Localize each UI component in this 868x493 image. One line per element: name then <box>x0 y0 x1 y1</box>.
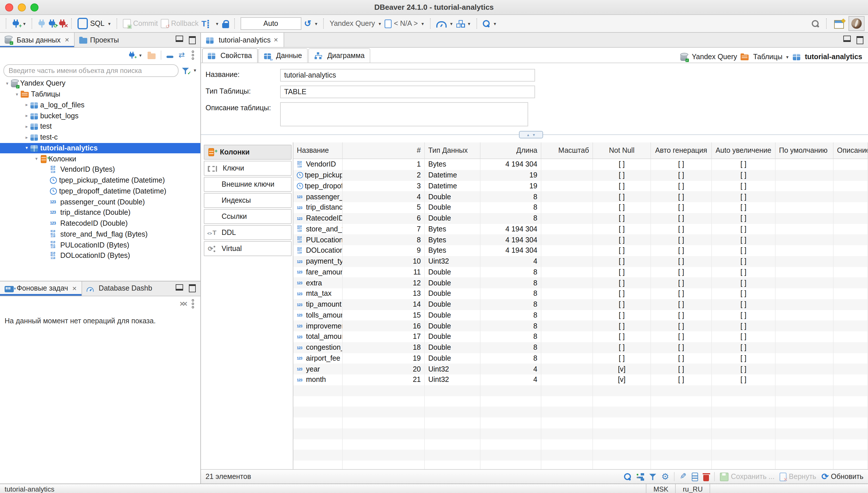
cell-auto-generated[interactable]: [ ] <box>651 364 712 375</box>
tree-expander-icon[interactable]: ▸ <box>23 124 30 129</box>
minimize-view-icon[interactable] <box>843 36 851 42</box>
new-connection-button[interactable]: + ▼ <box>12 20 26 27</box>
table-type-field[interactable]: TABLE <box>280 86 535 98</box>
cell-auto-increment[interactable]: [ ] <box>712 331 776 342</box>
cell-auto-increment[interactable] <box>712 407 776 418</box>
cell-auto-generated[interactable]: [ ] <box>651 342 712 353</box>
view-menu-icon[interactable] <box>192 302 194 305</box>
cell-auto-increment[interactable]: [ ] <box>712 310 776 321</box>
cell-auto-increment[interactable] <box>712 396 776 407</box>
cell-auto-increment[interactable]: [ ] <box>712 364 776 375</box>
close-icon[interactable]: ✕ <box>72 285 77 292</box>
link-with-editor-icon[interactable]: ⇄ <box>179 50 185 60</box>
column-header[interactable]: Название <box>293 143 343 158</box>
cell-auto-generated[interactable]: [ ] <box>651 353 712 364</box>
cell-auto-generated[interactable] <box>651 407 712 418</box>
column-view-icon[interactable] <box>692 473 698 481</box>
cell-not-null[interactable]: [ ] <box>593 245 651 256</box>
filter-icon[interactable]: ✓ <box>182 67 189 74</box>
delete-icon[interactable] <box>703 475 709 481</box>
tree-item[interactable]: tpep_pickup_datetime (Datetime) <box>0 175 200 186</box>
close-icon[interactable]: ✕ <box>65 37 69 43</box>
properties-nav-item[interactable]: Индексы <box>204 193 292 208</box>
cell-not-null[interactable]: [ ] <box>593 267 651 278</box>
save-button[interactable]: Сохранить ... <box>720 472 774 481</box>
cell-auto-generated[interactable]: [ ] <box>651 299 712 310</box>
cell-auto-generated[interactable]: [ ] <box>651 192 712 202</box>
refresh-button[interactable]: ⟳ Обновить <box>822 472 863 481</box>
cell-auto-increment[interactable] <box>712 460 776 469</box>
column-header[interactable]: Длина <box>481 143 541 158</box>
search-dropdown-button[interactable]: ▼ <box>483 20 497 27</box>
table-row[interactable]: tip_amount 14 Double 8 [ ] [ ] [ ] <box>293 299 868 310</box>
cell-auto-increment[interactable] <box>712 428 776 439</box>
table-row[interactable]: improvement_surcharge 16 Double 8 [ ] [ … <box>293 321 868 331</box>
cell-not-null[interactable]: [ ] <box>593 170 651 181</box>
cell-not-null[interactable] <box>593 417 651 428</box>
cell-auto-increment[interactable] <box>712 417 776 428</box>
tree-item[interactable]: RatecodeID (Double) <box>0 218 200 229</box>
cell-auto-generated[interactable]: [ ] <box>651 256 712 267</box>
cell-auto-increment[interactable]: [ ] <box>712 224 776 235</box>
cell-not-null[interactable]: [ ] <box>593 342 651 353</box>
cell-auto-increment[interactable]: [ ] <box>712 342 776 353</box>
properties-nav-item[interactable]: Ссылки <box>204 209 292 224</box>
gear-icon[interactable]: ⚙ <box>661 472 669 481</box>
column-header[interactable]: Not Null <box>593 143 651 158</box>
status-locale[interactable]: ru_RU <box>675 484 710 493</box>
properties-nav-item[interactable]: Ключи <box>204 161 292 176</box>
transaction-log-button[interactable]: T⡇ ▼ <box>201 19 219 28</box>
cell-auto-generated[interactable]: [ ] <box>651 288 712 299</box>
status-timezone[interactable]: MSK <box>646 484 675 493</box>
cell-not-null[interactable]: [ ] <box>593 310 651 321</box>
cell-not-null[interactable]: [ ] <box>593 353 651 364</box>
table-row[interactable]: DOLocationID 9 Bytes 4 194 304 [ ] [ ] [… <box>293 245 868 256</box>
cell-auto-increment[interactable] <box>712 450 776 461</box>
tree-expander-icon[interactable]: ▾ <box>23 146 30 151</box>
table-row[interactable]: tpep_pickup_datetime 2 Datetime 19 [ ] [… <box>293 170 868 181</box>
schema-selector[interactable]: < N/A > ▼ <box>385 19 425 28</box>
cell-not-null[interactable] <box>593 460 651 469</box>
breadcrumb-object[interactable]: tutorial-analytics <box>793 53 862 61</box>
cell-auto-increment[interactable]: [ ] <box>712 180 776 192</box>
cell-auto-increment[interactable]: [ ] <box>712 374 776 385</box>
table-row[interactable]: VendorID 1 Bytes 4 194 304 [ ] [ ] [ ] <box>293 159 868 170</box>
cell-auto-increment[interactable]: [ ] <box>712 245 776 256</box>
cell-auto-increment[interactable]: [ ] <box>712 170 776 181</box>
connect-button[interactable] <box>38 20 45 27</box>
column-header[interactable]: По умолчанию <box>776 143 833 158</box>
subtab-properties[interactable]: Свойства <box>202 48 258 63</box>
cell-auto-increment[interactable]: [ ] <box>712 299 776 310</box>
disconnect-button[interactable]: ✕ <box>59 20 66 27</box>
column-header[interactable]: Масштаб <box>541 143 593 158</box>
cell-auto-generated[interactable]: [ ] <box>651 180 712 192</box>
tree-item[interactable]: ▸ bucket_logs <box>0 110 200 122</box>
tab-background-tasks[interactable]: Фоновые задач ✕ <box>0 281 82 296</box>
lock-button[interactable] <box>222 19 229 28</box>
cell-not-null[interactable] <box>593 407 651 418</box>
table-row[interactable]: total_amount 17 Double 8 [ ] [ ] [ ] <box>293 331 868 342</box>
cell-auto-generated[interactable] <box>651 460 712 469</box>
cell-auto-generated[interactable] <box>651 450 712 461</box>
clear-terminated-icon[interactable]: ✕✕ <box>179 299 185 308</box>
properties-nav-item[interactable]: Virtual <box>204 241 292 256</box>
table-row[interactable]: trip_distance 5 Double 8 [ ] [ ] [ ] <box>293 202 868 213</box>
description-field[interactable] <box>280 102 528 126</box>
search-icon[interactable] <box>624 473 631 480</box>
column-header[interactable]: Авто генерация <box>651 143 712 158</box>
cell-not-null[interactable]: [ ] <box>593 235 651 245</box>
cell-not-null[interactable]: [ ] <box>593 192 651 202</box>
table-row[interactable]: airport_fee 19 Double 8 [ ] [ ] [ ] <box>293 353 868 364</box>
cell-not-null[interactable]: [ ] <box>593 331 651 342</box>
table-row[interactable]: store_and_fwd_flag 7 Bytes 4 194 304 [ ]… <box>293 224 868 235</box>
close-icon[interactable]: ✕ <box>273 37 279 43</box>
maximize-view-icon[interactable] <box>189 284 196 292</box>
minimize-view-icon[interactable] <box>176 36 183 42</box>
subtab-diagram[interactable]: Диаграмма <box>308 48 370 63</box>
table-row[interactable]: PULocationID 8 Bytes 4 194 304 [ ] [ ] [… <box>293 235 868 245</box>
cell-auto-increment[interactable]: [ ] <box>712 256 776 267</box>
tx-history-button[interactable]: ↺ ▼ <box>304 19 318 28</box>
column-header[interactable]: Auto увеличение <box>712 143 776 158</box>
table-row[interactable]: RatecodeID 6 Double 8 [ ] [ ] [ ] <box>293 213 868 224</box>
table-row[interactable]: year 20 Uint32 4 [v] [ ] [ ] <box>293 364 868 375</box>
